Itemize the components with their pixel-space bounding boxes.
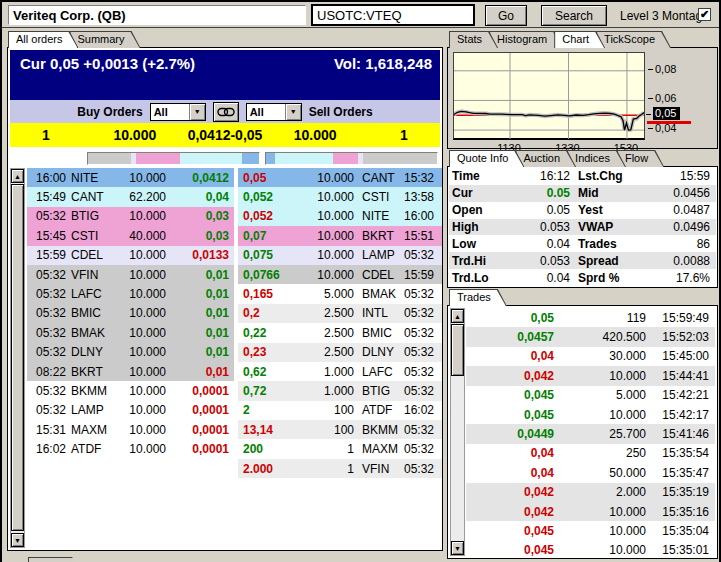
bid-row[interactable]: 05:32BMAK10.0000,01 (27, 323, 234, 342)
trade-row[interactable]: 0,0511915:59:49 (466, 308, 715, 327)
scroll-up-icon[interactable]: ▲ (11, 169, 24, 183)
depth-segment-cyan (180, 153, 242, 164)
tab-quote-info[interactable]: Quote Info (449, 150, 524, 167)
bid-market-maker: BMAK (65, 326, 111, 340)
buy-filter-value: All (151, 104, 189, 120)
bid-row[interactable]: 15:59CDEL10.0000,0133 (27, 246, 234, 265)
ask-row[interactable]: 2100ATDF16:02 (238, 401, 442, 420)
ask-row[interactable]: 0,07510.000LAMP05:32 (238, 246, 442, 265)
trade-row[interactable]: 0,0457420.50015:52:03 (466, 327, 715, 346)
orderbook-scrollbar[interactable]: ▲ ▼ (10, 168, 25, 548)
ask-row[interactable]: 0,22.500INTL05:32 (238, 304, 442, 323)
trade-price: 0,0449 (466, 427, 554, 441)
quote-info-row: Low0.04Trades86 (449, 235, 716, 252)
ask-time: 13:58 (404, 190, 442, 204)
bid-row[interactable]: 08:22BKRT10.0000,01 (27, 362, 234, 381)
trade-price: 0,04 (466, 466, 554, 480)
tab-summary[interactable]: Summary (69, 31, 140, 48)
ask-market-maker: CDEL (362, 268, 404, 282)
quote-label: VWAP (578, 220, 642, 234)
tab-trades[interactable]: Trades (449, 289, 507, 306)
go-button[interactable]: Go (485, 5, 527, 26)
scroll-up-icon[interactable]: ▲ (451, 309, 464, 323)
bid-size: 10.000 (111, 442, 182, 456)
ask-row[interactable]: 0,0710.000BKRT15:51 (238, 226, 442, 245)
trade-time: 15:35:16 (646, 505, 715, 519)
bid-row[interactable]: 05:32LAFC10.0000,01 (27, 284, 234, 303)
ask-row[interactable]: 0,721.000BTIG05:32 (238, 381, 442, 400)
ask-row[interactable]: 0,232.500DLNY05:32 (238, 343, 442, 362)
tab-tickscope[interactable]: TickScope (596, 31, 671, 48)
bid-market-maker: MAXM (65, 423, 111, 437)
sell-filter-dropdown[interactable]: All ▼ (246, 103, 302, 121)
level3-montage-checkbox[interactable]: ✔ (698, 8, 711, 21)
depth-segment-cyan (275, 153, 333, 164)
bid-row[interactable]: 05:32BMIC10.0000,01 (27, 304, 234, 323)
search-button[interactable]: Search (541, 5, 607, 26)
ask-row[interactable]: 0,05210.000NITE16:00 (238, 207, 442, 226)
ask-size: 1 (292, 442, 362, 456)
ask-price: 0,05 (238, 171, 292, 185)
tab-label: Histogram (497, 33, 547, 45)
trade-row[interactable]: 0,0455.00015:42:21 (466, 386, 715, 405)
bid-row[interactable]: 15:49CANT62.2000,04 (27, 187, 234, 206)
bid-row[interactable]: 16:02ATDF10.0000,0001 (27, 439, 234, 458)
ask-row[interactable]: 0,0510.000CANT15:32 (238, 168, 442, 187)
ask-row[interactable]: 2.0001VFIN05:32 (238, 459, 442, 478)
depth-segment-gray (363, 153, 437, 164)
trade-row[interactable]: 0,0450.00015:35:47 (466, 463, 715, 482)
link-filters-button[interactable] (213, 102, 239, 122)
trade-row[interactable]: 0,04210.00015:44:41 (466, 366, 715, 385)
buy-filter-dropdown[interactable]: All ▼ (150, 103, 206, 121)
symbol-input[interactable] (311, 4, 475, 26)
order-filter-strip: Buy Orders All ▼ All ▼ Sell Orders (10, 100, 440, 123)
scrollbar-thumb[interactable] (11, 184, 24, 531)
trade-row[interactable]: 0,04510.00015:35:01 (466, 541, 715, 560)
quote-value: 17.6% (642, 271, 712, 285)
bid-row[interactable]: 15:31MAXM10.0000,0001 (27, 420, 234, 439)
trades-scrollbar[interactable]: ▲ ▼ (450, 308, 465, 556)
trade-row[interactable]: 0,04510.00015:35:04 (466, 521, 715, 540)
chevron-down-icon[interactable]: ▼ (285, 104, 301, 120)
scrollbar-thumb[interactable] (451, 324, 464, 376)
bid-row[interactable]: 05:32LAMP10.0000,0001 (27, 401, 234, 420)
ask-time: 05:32 (404, 326, 442, 340)
trade-row[interactable]: 0,0425015:35:54 (466, 444, 715, 463)
trade-row[interactable]: 0,04510.00015:42:17 (466, 405, 715, 424)
ask-time: 05:32 (404, 423, 442, 437)
trade-time: 15:41:46 (646, 427, 715, 441)
bid-row[interactable]: 05:32BTIG10.0000,03 (27, 207, 234, 226)
bid-price: 0,03 (182, 209, 234, 223)
bid-row[interactable]: 16:00NITE10.0000,0412 (27, 168, 234, 187)
sell-filter-value: All (247, 104, 285, 120)
bid-row[interactable]: 05:32BKMM10.0000,0001 (27, 381, 234, 400)
partial-bottom-tab[interactable] (28, 557, 78, 562)
trade-row[interactable]: 0,0422.00015:35:19 (466, 483, 715, 502)
ask-row[interactable]: 0,1655.000BMAK05:32 (238, 284, 442, 303)
trade-row[interactable]: 0,04210.00015:35:16 (466, 502, 715, 521)
bid-market-maker: CSTI (65, 229, 111, 243)
bid-price: 0,0001 (182, 442, 234, 456)
bid-row[interactable]: 05:32DLNY10.0000,01 (27, 343, 234, 362)
ask-row[interactable]: 13,14100BKMM05:32 (238, 420, 442, 439)
ask-row[interactable]: 0,05210.000CSTI13:58 (238, 187, 442, 206)
ask-row[interactable]: 2001MAXM05:32 (238, 439, 442, 458)
ask-row[interactable]: 0,076610.000CDEL15:59 (238, 265, 442, 284)
ask-price: 0,075 (238, 248, 292, 262)
tab-histogram[interactable]: Histogram (489, 31, 563, 48)
tab-auction[interactable]: Auction (515, 150, 576, 167)
trade-row[interactable]: 0,0430.00015:45:00 (466, 347, 715, 366)
trade-time: 15:52:03 (646, 330, 715, 344)
quote-label: Lst.Chg (578, 169, 642, 183)
bid-row[interactable]: 05:32VFIN10.0000,01 (27, 265, 234, 284)
chevron-down-icon[interactable]: ▼ (189, 104, 205, 120)
tab-all-orders[interactable]: All orders (8, 31, 78, 48)
trade-row[interactable]: 0,044925.70015:41:46 (466, 424, 715, 443)
ask-row[interactable]: 0,621.000LAFC05:32 (238, 362, 442, 381)
bid-price: 0,03 (182, 229, 234, 243)
scroll-down-icon[interactable]: ▼ (451, 541, 464, 555)
tab-indices[interactable]: Indices (567, 150, 626, 167)
scroll-down-icon[interactable]: ▼ (11, 533, 24, 547)
bid-row[interactable]: 15:45CSTI40.0000,03 (27, 226, 234, 245)
ask-row[interactable]: 0,222.500BMIC05:32 (238, 323, 442, 342)
